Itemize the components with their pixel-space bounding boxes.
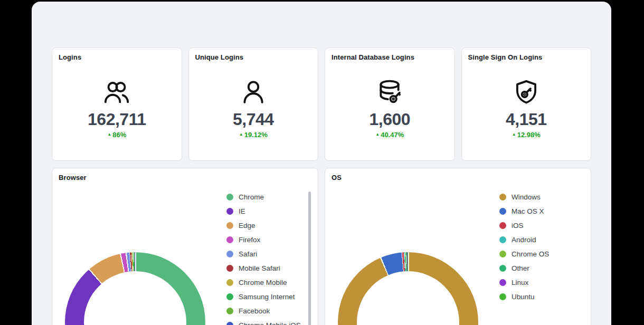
legend-label: Mac OS X — [512, 207, 544, 215]
legend: WindowsMac OS XiOSAndroidChrome OSOtherL… — [499, 192, 549, 305]
legend-label: Firefox — [239, 236, 260, 244]
users-icon — [102, 78, 131, 107]
donut-hole — [357, 271, 459, 325]
legend-dot-icon — [499, 236, 506, 243]
legend-item[interactable]: Safari — [226, 248, 301, 259]
database-key-icon — [375, 78, 404, 107]
legend-item[interactable]: Chrome — [226, 192, 301, 202]
legend-dot-icon — [226, 265, 233, 272]
legend-label: Facebook — [239, 307, 270, 315]
legend-item[interactable]: Chrome Mobile iOS — [226, 320, 301, 325]
legend-label: Windows — [512, 193, 541, 201]
legend-label: iOS — [512, 222, 524, 230]
stats-row: Logins 162,711 86% — [52, 47, 591, 161]
legend-dot-icon — [226, 279, 233, 286]
chart-card-title: OS — [325, 168, 591, 181]
donut-chart[interactable] — [65, 252, 205, 325]
legend-dot-icon — [226, 293, 233, 300]
legend-dot-icon — [499, 265, 506, 272]
legend-label: Chrome Mobile iOS — [239, 321, 301, 325]
legend-item[interactable]: Ubuntu — [499, 291, 549, 302]
legend-dot-icon — [499, 208, 506, 215]
legend-item[interactable]: Chrome Mobile — [226, 277, 301, 288]
legend-item[interactable]: IE — [226, 206, 301, 216]
legend-dot-icon — [226, 222, 233, 229]
stat-card-logins: Logins 162,711 86% — [52, 47, 182, 161]
legend-dot-icon — [226, 208, 233, 215]
dashboard-panel: Logins 162,711 86% — [32, 2, 611, 325]
trend-up-icon — [375, 132, 380, 137]
chart-card-title: Browser — [52, 168, 318, 181]
browser-chart-card: Browser ChromeIEEdgeFirefoxSafariMobile … — [52, 168, 318, 325]
legend-label: Other — [512, 264, 529, 272]
legend-scrollbar[interactable] — [308, 192, 311, 325]
legend-item[interactable]: Firefox — [226, 234, 301, 245]
stat-value: 4,151 — [506, 110, 547, 129]
legend-dot-icon — [226, 236, 233, 243]
stat-delta-value: 19.12% — [244, 131, 268, 139]
trend-up-icon — [512, 132, 516, 137]
legend-item[interactable]: iOS — [499, 220, 549, 231]
dashboard-content: Logins 162,711 86% — [32, 2, 611, 325]
legend-label: Chrome OS — [512, 250, 549, 258]
stat-card-title: Unique Logins — [189, 48, 318, 61]
legend-dot-icon — [226, 322, 233, 325]
legend-dot-icon — [499, 279, 506, 286]
stat-value: 162,711 — [88, 110, 146, 129]
legend-dot-icon — [226, 194, 233, 200]
stat-card-body: 162,711 86% — [52, 61, 182, 160]
stat-card-body: 1,600 40.47% — [325, 61, 454, 160]
legend-item[interactable]: Android — [499, 234, 549, 245]
legend-label: Edge — [239, 222, 255, 230]
trend-up-icon — [239, 132, 243, 137]
stat-delta-value: 40.47% — [381, 131, 404, 139]
legend-dot-icon — [226, 251, 233, 257]
legend-item[interactable]: Mac OS X — [499, 206, 549, 216]
stat-value: 5,744 — [233, 110, 274, 129]
legend-item[interactable]: Chrome OS — [499, 248, 549, 259]
legend-dot-icon — [499, 222, 506, 229]
stat-card-internal-database-logins: Internal Database Logins — [325, 47, 455, 161]
legend-item[interactable]: Samsung Internet — [226, 291, 301, 302]
stat-card-unique-logins: Unique Logins 5,744 19.12% — [188, 47, 319, 161]
legend-dot-icon — [499, 251, 506, 257]
legend-label: Mobile Safari — [239, 264, 280, 272]
shield-key-icon — [512, 78, 541, 107]
legend-item[interactable]: Linux — [499, 277, 549, 288]
legend-item[interactable]: Facebook — [226, 305, 301, 316]
legend-item[interactable]: Mobile Safari — [226, 263, 301, 273]
stat-card-title: Logins — [52, 48, 182, 61]
legend-label: Android — [512, 236, 536, 244]
legend-dot-icon — [499, 293, 506, 300]
os-chart-card: OS WindowsMac OS XiOSAndroidChrome OSOth… — [325, 168, 591, 325]
stat-value: 1,600 — [369, 110, 410, 129]
stat-card-body: 4,151 12.98% — [462, 61, 591, 160]
stat-card-title: Single Sign On Logins — [462, 48, 591, 61]
donut-chart[interactable] — [338, 252, 478, 325]
trend-up-icon — [107, 132, 111, 137]
legend-label: IE — [239, 207, 245, 215]
donut-hole — [84, 271, 186, 325]
stat-delta: 12.98% — [512, 131, 541, 139]
legend-label: Safari — [239, 250, 257, 258]
stat-delta: 86% — [107, 131, 126, 139]
stat-delta: 40.47% — [375, 131, 404, 139]
legend-dot-icon — [226, 308, 233, 314]
legend-item[interactable]: Other — [499, 263, 549, 273]
legend: ChromeIEEdgeFirefoxSafariMobile SafariCh… — [226, 192, 301, 325]
legend-item[interactable]: Edge — [226, 220, 301, 231]
stat-delta-value: 12.98% — [517, 131, 541, 139]
legend-label: Linux — [512, 279, 528, 286]
stat-card-body: 5,744 19.12% — [189, 61, 318, 160]
legend-dot-icon — [499, 194, 506, 200]
stat-card-single-sign-on-logins: Single Sign On Logins 4,151 — [461, 47, 592, 161]
legend-label: Chrome Mobile — [239, 279, 287, 286]
legend-label: Chrome — [239, 193, 264, 201]
user-icon — [239, 78, 268, 107]
legend-label: Samsung Internet — [239, 293, 295, 301]
charts-row: Browser ChromeIEEdgeFirefoxSafariMobile … — [52, 168, 591, 325]
legend-label: Ubuntu — [512, 293, 535, 301]
stat-card-title: Internal Database Logins — [325, 48, 454, 61]
stat-delta-value: 86% — [112, 131, 126, 139]
legend-item[interactable]: Windows — [499, 192, 549, 202]
